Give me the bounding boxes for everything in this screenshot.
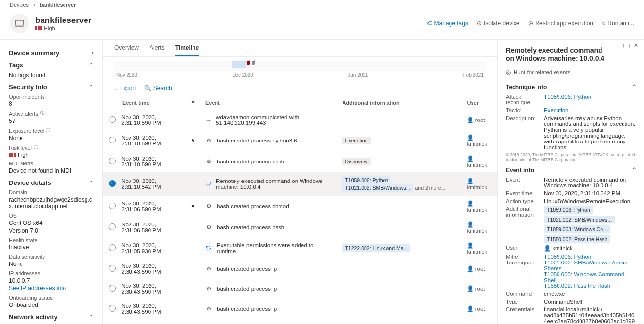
export-button[interactable]: ↓ Export bbox=[114, 85, 136, 92]
row-select[interactable] bbox=[107, 265, 117, 273]
row-select[interactable] bbox=[107, 116, 117, 124]
flag-cell[interactable] bbox=[186, 238, 200, 259]
proc-icon: ⚙ bbox=[205, 224, 212, 231]
mitre-technique-link[interactable]: T1021.002: SMB/Windows Admin Shares bbox=[544, 260, 627, 271]
tab-timeline[interactable]: Timeline bbox=[175, 44, 199, 56]
mitre-tag: T1550.002: Pass the Hash bbox=[544, 235, 610, 243]
tab-alerts[interactable]: Alerts bbox=[150, 44, 165, 56]
flag-cell[interactable] bbox=[186, 259, 200, 279]
table-row[interactable]: Nov 30, 2020, 2:31:10.590 PM ⚑ ⚙bash cre… bbox=[103, 130, 497, 151]
sidebar-risk-value: High bbox=[9, 152, 93, 158]
event-text: wdavdaemon communicated with 51.140.220.… bbox=[216, 114, 332, 126]
technique-tag: Execution bbox=[342, 137, 370, 144]
proc-icon: ⚙ bbox=[205, 203, 212, 210]
table-row[interactable]: Nov 30, 2020, 2:30:43.590 PM ⚙bash creat… bbox=[103, 279, 497, 299]
additional-info bbox=[337, 279, 462, 299]
col-event[interactable]: Event bbox=[200, 96, 337, 110]
proc-icon: ⚙ bbox=[205, 137, 212, 144]
row-select[interactable] bbox=[107, 305, 117, 313]
mitre-tag: T1059.003: Windows Co... bbox=[544, 225, 610, 233]
net-icon: ↔ bbox=[205, 117, 211, 123]
event-text: bash created process bash bbox=[217, 224, 284, 230]
flag-cell[interactable]: ⚑ bbox=[186, 130, 200, 151]
isolate-device-button[interactable]: ⊘ Isolate device bbox=[477, 20, 519, 27]
hunt-related-events-link[interactable]: ◎ Hunt for related events bbox=[506, 66, 636, 79]
row-select[interactable] bbox=[107, 137, 117, 144]
user-cell: 👤 kmitnick bbox=[467, 200, 493, 213]
manage-tags-button[interactable]: 🏷 Manage tags bbox=[427, 20, 468, 27]
user-cell: 👤 kmitnick bbox=[467, 221, 493, 234]
additional-info: T1059.006: PythonT1021.002: SMB/Windows.… bbox=[337, 172, 462, 196]
additional-info: T1222.002: Linux and Ma... bbox=[337, 238, 462, 259]
mitre-techniques-list: T1059.006: PythonT1021.002: SMB/Windows … bbox=[544, 254, 636, 289]
user-cell: 👤 root bbox=[467, 117, 493, 123]
additional-info bbox=[337, 217, 462, 238]
table-row[interactable]: Nov 30, 2020, 2:31:10.590 PM ↔wdavdaemon… bbox=[103, 110, 497, 130]
breadcrumb: Devices › bankfileserver bbox=[0, 0, 644, 10]
panel-down-button[interactable]: ↓ bbox=[628, 42, 631, 49]
panel-close-button[interactable]: ✕ bbox=[634, 42, 638, 49]
open-incidents-value: 8 bbox=[9, 101, 93, 107]
row-select[interactable] bbox=[107, 285, 117, 293]
user-cell: 👤 root bbox=[467, 285, 493, 292]
attack-technique-link[interactable]: T1059.006: Python bbox=[544, 94, 636, 105]
additional-info bbox=[337, 110, 462, 130]
panel-up-button[interactable]: ↑ bbox=[623, 42, 625, 49]
tags-section: Tags⌃ bbox=[9, 61, 93, 69]
security-info-section: Security Info⌃ bbox=[9, 83, 93, 91]
flag-cell[interactable] bbox=[186, 279, 200, 299]
event-text: bash created process chmod bbox=[217, 203, 289, 209]
table-row[interactable]: Nov 30, 2020, 2:31:10.542 PM 🛡Remotely e… bbox=[103, 172, 497, 196]
flag-cell[interactable] bbox=[186, 172, 200, 196]
event-time: Nov 30, 2020, 2:31:06.590 PM bbox=[121, 201, 181, 212]
restrict-app-button[interactable]: ⊝ Restrict app execution bbox=[528, 20, 593, 27]
flag-cell[interactable] bbox=[186, 217, 200, 238]
table-row[interactable]: Nov 30, 2020, 2:31:06.590 PM ⚙bash creat… bbox=[103, 217, 497, 238]
col-additional[interactable]: Additional information bbox=[337, 96, 462, 110]
flag-cell[interactable] bbox=[186, 319, 200, 324]
event-text: bash created process ip bbox=[217, 286, 277, 292]
table-row[interactable]: Nov 30, 2020, 2:30:41.590 PM ↔python2.7 … bbox=[103, 319, 497, 324]
event-time: Nov 30, 2020, 2:31:05.930 PM bbox=[121, 243, 181, 254]
main-content: Overview Alerts Timeline Nov 2020Dec 202… bbox=[103, 40, 497, 324]
shield-icon: 🛡 bbox=[205, 181, 211, 187]
flag-cell[interactable]: ⚑ bbox=[186, 196, 200, 217]
row-select[interactable] bbox=[107, 244, 117, 252]
mitre-technique-link[interactable]: T1550.002: Pass the Hash bbox=[544, 283, 610, 289]
row-select[interactable] bbox=[107, 180, 117, 188]
tabs: Overview Alerts Timeline bbox=[103, 40, 497, 57]
row-select[interactable] bbox=[107, 158, 117, 165]
table-row[interactable]: Nov 30, 2020, 2:30:43.590 PM ⚙bash creat… bbox=[103, 259, 497, 279]
table-row[interactable]: Nov 30, 2020, 2:31:06.590 PM ⚑ ⚙bash cre… bbox=[103, 196, 497, 217]
col-flag[interactable]: ⚑ bbox=[186, 96, 200, 110]
flag-cell[interactable] bbox=[186, 110, 200, 130]
device-icon bbox=[10, 14, 29, 33]
mitre-technique-link[interactable]: T1059.003: Windows Command Shell bbox=[544, 271, 624, 283]
mitre-technique-link[interactable]: T1059.006: Python bbox=[544, 254, 591, 260]
table-row[interactable]: Nov 30, 2020, 2:30:43.590 PM ⚙bash creat… bbox=[103, 299, 497, 319]
breadcrumb-parent[interactable]: Devices bbox=[10, 2, 29, 8]
event-info-section: Event info⌃ bbox=[506, 167, 636, 174]
search-button[interactable]: 🔍 Search bbox=[144, 85, 172, 92]
user-cell: 👤 kmitnick bbox=[467, 155, 493, 168]
col-event-time[interactable]: Event time bbox=[103, 96, 186, 110]
col-user[interactable]: User bbox=[462, 96, 497, 110]
flag-cell[interactable] bbox=[186, 151, 200, 172]
timeline-chart[interactable]: Nov 2020Dec 2020Jan 2021Feb 2021 bbox=[103, 57, 497, 81]
flag-cell[interactable] bbox=[186, 299, 200, 319]
technique-info-section: Technique info⌃ bbox=[506, 84, 636, 91]
row-select[interactable] bbox=[107, 202, 117, 210]
technique-tag: Discovery bbox=[342, 158, 370, 165]
collapse-sidebar-button[interactable]: ‹ bbox=[92, 50, 93, 56]
events-table: Event time ⚑ Event Additional informatio… bbox=[103, 96, 497, 324]
device-summary-title: Device summary‹ bbox=[9, 49, 93, 57]
tactic-link[interactable]: Execution bbox=[544, 107, 636, 113]
tab-overview[interactable]: Overview bbox=[114, 44, 139, 56]
row-select[interactable] bbox=[107, 223, 117, 231]
shield-icon: 🛡 bbox=[205, 245, 212, 252]
table-row[interactable]: Nov 30, 2020, 2:31:10.590 PM ⚙bash creat… bbox=[103, 151, 497, 172]
table-row[interactable]: Nov 30, 2020, 2:31:05.930 PM 🛡Executable… bbox=[103, 238, 497, 259]
event-time: Nov 30, 2020, 2:30:43.590 PM bbox=[121, 263, 181, 275]
run-antivirus-button[interactable]: ○ Run anti... bbox=[602, 20, 634, 27]
ip-addresses-link[interactable]: See IP addresses info bbox=[9, 285, 93, 292]
